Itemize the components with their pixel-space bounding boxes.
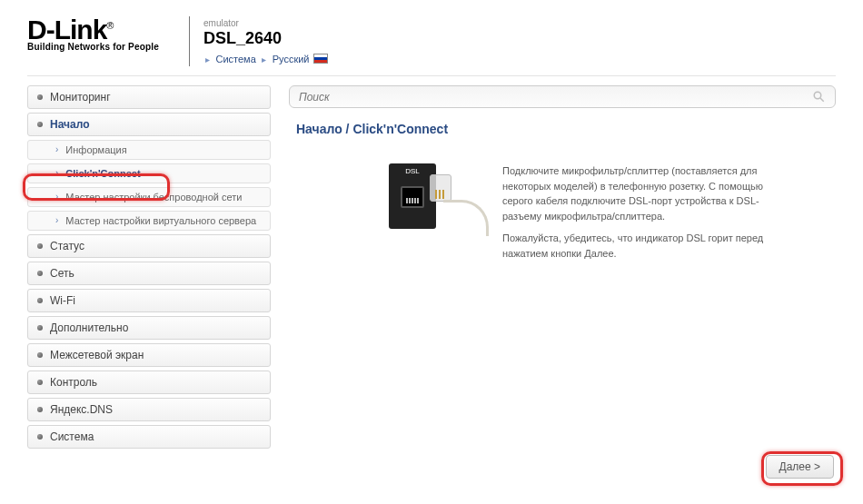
dsl-port-label: DSL	[389, 163, 436, 175]
chevron-right-icon: ›	[55, 145, 58, 154]
bullet-icon	[37, 352, 43, 358]
sidebar-item-control[interactable]: Контроль	[27, 371, 271, 394]
sidebar-item-label: Система	[50, 430, 94, 443]
sidebar-sub-wireless-wizard[interactable]: ›Мастер настройки беспроводной сети	[27, 187, 271, 207]
rj11-plug-icon	[430, 174, 451, 202]
sidebar-sub-label: Мастер настройки виртуального сервера	[65, 215, 256, 226]
search-bar	[289, 85, 836, 108]
logo-text: D-Link	[27, 15, 106, 44]
header-crumbs: ▸ Система ▸ Русский	[203, 50, 328, 66]
sidebar-item-wifi[interactable]: Wi-Fi	[27, 289, 271, 312]
bullet-icon	[37, 407, 43, 412]
header: D-Link® Building Networks for People emu…	[27, 16, 836, 66]
bullet-icon	[37, 243, 43, 249]
step-text: Подключите микрофильтр/сплиттер (поставл…	[502, 163, 793, 268]
step-paragraph-2: Пожалуйста, убедитесь, что индикатор DSL…	[502, 231, 793, 261]
chevron-right-icon: ›	[55, 169, 58, 178]
crumb-system[interactable]: Система	[215, 54, 255, 64]
bullet-icon	[37, 434, 43, 440]
sidebar-item-label: Wi-Fi	[50, 294, 75, 307]
sidebar-sub-information[interactable]: ›Информация	[27, 140, 271, 160]
bullet-icon	[37, 122, 43, 127]
sidebar-item-system[interactable]: Система	[27, 425, 271, 449]
chevron-right-icon: ›	[55, 216, 58, 225]
sidebar-sub-label: Информация	[65, 144, 126, 155]
search-icon[interactable]	[812, 90, 826, 104]
sidebar-item-yandexdns[interactable]: Яндекс.DNS	[27, 398, 271, 421]
sidebar-item-label: Статус	[50, 240, 84, 252]
model-block: emulator DSL_2640 ▸ Система ▸ Русский	[189, 16, 328, 66]
next-button[interactable]: Далее >	[766, 455, 835, 479]
registered-mark: ®	[106, 20, 113, 31]
sidebar-item-start[interactable]: Начало	[27, 113, 271, 136]
sidebar-sub-label: Мастер настройки беспроводной сети	[65, 192, 242, 203]
chevron-right-icon: ›	[55, 193, 58, 202]
sidebar-item-firewall[interactable]: Межсетевой экран	[27, 343, 271, 367]
crumb-language[interactable]: Русский	[273, 54, 310, 64]
breadcrumb: Начало / Click'n'Connect	[296, 122, 836, 136]
model-name: DSL_2640	[203, 29, 328, 48]
emulator-label: emulator	[203, 18, 328, 28]
sidebar-sub-vserver-wizard[interactable]: ›Мастер настройки виртуального сервера	[27, 211, 271, 231]
bullet-icon	[37, 325, 43, 331]
svg-point-0	[814, 92, 821, 99]
step-paragraph-1: Подключите микрофильтр/сплиттер (поставл…	[502, 163, 793, 223]
sidebar-item-label: Мониторинг	[50, 91, 111, 104]
sidebar-item-label: Сеть	[50, 267, 74, 280]
bullet-icon	[37, 94, 43, 100]
bullet-icon	[37, 271, 43, 276]
sidebar-sub-clicknconnect[interactable]: ›Click'n'Connect	[27, 163, 271, 183]
sidebar-item-label: Начало	[50, 118, 89, 131]
main-panel: Начало / Click'n'Connect DSL Подключите …	[289, 85, 836, 452]
svg-line-1	[820, 98, 824, 102]
logo: D-Link® Building Networks for People	[27, 16, 173, 52]
dsl-illustration: DSL	[389, 163, 480, 236]
flag-ru-icon	[313, 54, 328, 64]
sidebar-item-status[interactable]: Статус	[27, 234, 271, 258]
sidebar-item-label: Межсетевой экран	[50, 349, 144, 361]
sidebar-item-label: Яндекс.DNS	[50, 403, 113, 416]
cable-icon	[443, 200, 489, 236]
chevron-right-icon: ▸	[262, 54, 266, 64]
search-input[interactable]	[299, 91, 812, 104]
bullet-icon	[37, 380, 43, 385]
wizard-step: DSL Подключите микрофильтр/сплиттер (пос…	[389, 163, 808, 268]
sidebar-sub-label: Click'n'Connect	[65, 168, 140, 179]
chevron-right-icon: ▸	[205, 54, 210, 64]
sidebar-item-advanced[interactable]: Дополнительно	[27, 316, 271, 340]
sidebar-item-monitoring[interactable]: Мониторинг	[27, 85, 271, 109]
sidebar-item-label: Дополнительно	[50, 321, 128, 334]
sidebar-item-label: Контроль	[50, 376, 97, 389]
bullet-icon	[37, 298, 43, 303]
sidebar: Мониторинг Начало ›Информация ›Click'n'C…	[27, 85, 271, 452]
sidebar-item-network[interactable]: Сеть	[27, 262, 271, 285]
